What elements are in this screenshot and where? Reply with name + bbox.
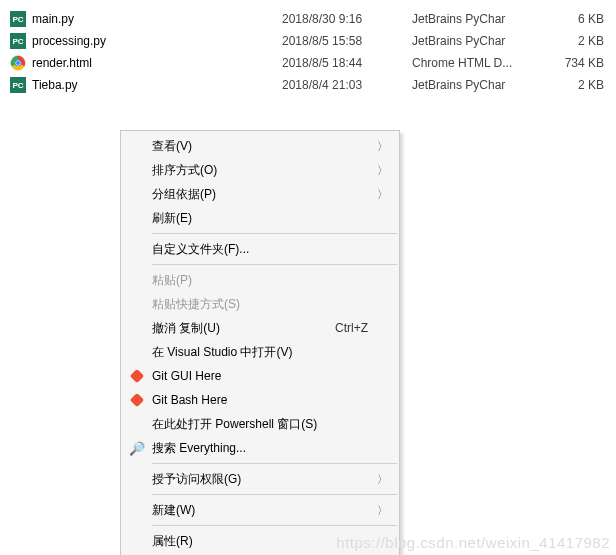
- menu-paste-shortcut: 粘贴快捷方式(S): [122, 292, 398, 316]
- chevron-right-icon: 〉: [377, 472, 388, 487]
- menu-separator: [152, 264, 397, 265]
- blank-icon: [124, 320, 150, 336]
- menu-label: Git GUI Here: [150, 369, 396, 383]
- menu-search-everything[interactable]: 🔎 搜索 Everything...: [122, 436, 398, 460]
- menu-separator: [152, 525, 397, 526]
- svg-rect-5: [130, 369, 144, 383]
- chevron-right-icon: 〉: [377, 187, 388, 202]
- menu-shortcut: Ctrl+Z: [335, 321, 396, 335]
- file-size: 2 KB: [542, 34, 612, 48]
- file-name: Tieba.py: [32, 78, 282, 92]
- file-size: 734 KB: [542, 56, 612, 70]
- menu-label: 撤消 复制(U): [150, 320, 335, 337]
- chevron-right-icon: 〉: [377, 503, 388, 518]
- menu-customize-folder[interactable]: 自定义文件夹(F)...: [122, 237, 398, 261]
- blank-icon: [124, 162, 150, 178]
- file-list: PC main.py 2018/8/30 9:16 JetBrains PyCh…: [0, 0, 616, 96]
- pycharm-icon: PC: [10, 33, 26, 49]
- menu-separator: [152, 233, 397, 234]
- blank-icon: [124, 186, 150, 202]
- blank-icon: [124, 502, 150, 518]
- file-row[interactable]: PC main.py 2018/8/30 9:16 JetBrains PyCh…: [0, 8, 616, 30]
- menu-git-bash[interactable]: Git Bash Here: [122, 388, 398, 412]
- blank-icon: [124, 344, 150, 360]
- pycharm-icon: PC: [10, 11, 26, 27]
- menu-separator: [152, 463, 397, 464]
- blank-icon: [124, 241, 150, 257]
- menu-new[interactable]: 新建(W) 〉: [122, 498, 398, 522]
- menu-label: 粘贴(P): [150, 272, 396, 289]
- file-date: 2018/8/4 21:03: [282, 78, 412, 92]
- menu-label: 在 Visual Studio 中打开(V): [150, 344, 396, 361]
- menu-open-powershell[interactable]: 在此处打开 Powershell 窗口(S): [122, 412, 398, 436]
- menu-open-visual-studio[interactable]: 在 Visual Studio 中打开(V): [122, 340, 398, 364]
- file-size: 6 KB: [542, 12, 612, 26]
- file-size: 2 KB: [542, 78, 612, 92]
- file-name: render.html: [32, 56, 282, 70]
- blank-icon: [124, 272, 150, 288]
- file-type: JetBrains PyChar: [412, 34, 542, 48]
- blank-icon: [124, 471, 150, 487]
- chrome-icon: [10, 55, 26, 71]
- menu-label: 排序方式(O): [150, 162, 396, 179]
- menu-label: 刷新(E): [150, 210, 396, 227]
- menu-undo-copy[interactable]: 撤消 复制(U) Ctrl+Z: [122, 316, 398, 340]
- file-row[interactable]: render.html 2018/8/5 18:44 Chrome HTML D…: [0, 52, 616, 74]
- file-row[interactable]: PC processing.py 2018/8/5 15:58 JetBrain…: [0, 30, 616, 52]
- git-icon: [124, 368, 150, 384]
- file-row[interactable]: PC Tieba.py 2018/8/4 21:03 JetBrains PyC…: [0, 74, 616, 96]
- chevron-right-icon: 〉: [377, 139, 388, 154]
- file-type: JetBrains PyChar: [412, 12, 542, 26]
- menu-git-gui[interactable]: Git GUI Here: [122, 364, 398, 388]
- menu-refresh[interactable]: 刷新(E): [122, 206, 398, 230]
- menu-label: 授予访问权限(G): [150, 471, 396, 488]
- menu-label: 查看(V): [150, 138, 396, 155]
- svg-point-4: [16, 61, 20, 65]
- menu-separator: [152, 494, 397, 495]
- file-date: 2018/8/5 15:58: [282, 34, 412, 48]
- menu-sort[interactable]: 排序方式(O) 〉: [122, 158, 398, 182]
- menu-label: 新建(W): [150, 502, 396, 519]
- git-icon: [124, 392, 150, 408]
- menu-label: 搜索 Everything...: [150, 440, 396, 457]
- watermark: https://blog.csdn.net/weixin_41417982: [336, 534, 610, 551]
- context-menu: 查看(V) 〉 排序方式(O) 〉 分组依据(P) 〉 刷新(E) 自定义文件夹…: [120, 130, 400, 555]
- file-date: 2018/8/5 18:44: [282, 56, 412, 70]
- blank-icon: [124, 296, 150, 312]
- file-name: main.py: [32, 12, 282, 26]
- menu-group[interactable]: 分组依据(P) 〉: [122, 182, 398, 206]
- menu-paste: 粘贴(P): [122, 268, 398, 292]
- blank-icon: [124, 416, 150, 432]
- menu-label: 分组依据(P): [150, 186, 396, 203]
- menu-label: 粘贴快捷方式(S): [150, 296, 396, 313]
- blank-icon: [124, 210, 150, 226]
- menu-label: 在此处打开 Powershell 窗口(S): [150, 416, 396, 433]
- menu-label: Git Bash Here: [150, 393, 396, 407]
- file-date: 2018/8/30 9:16: [282, 12, 412, 26]
- svg-rect-6: [130, 393, 144, 407]
- pycharm-icon: PC: [10, 77, 26, 93]
- file-type: Chrome HTML D...: [412, 56, 542, 70]
- menu-label: 自定义文件夹(F)...: [150, 241, 396, 258]
- magnifier-icon: 🔎: [124, 440, 150, 456]
- chevron-right-icon: 〉: [377, 163, 388, 178]
- file-name: processing.py: [32, 34, 282, 48]
- menu-grant-access[interactable]: 授予访问权限(G) 〉: [122, 467, 398, 491]
- blank-icon: [124, 533, 150, 549]
- menu-view[interactable]: 查看(V) 〉: [122, 134, 398, 158]
- file-type: JetBrains PyChar: [412, 78, 542, 92]
- blank-icon: [124, 138, 150, 154]
